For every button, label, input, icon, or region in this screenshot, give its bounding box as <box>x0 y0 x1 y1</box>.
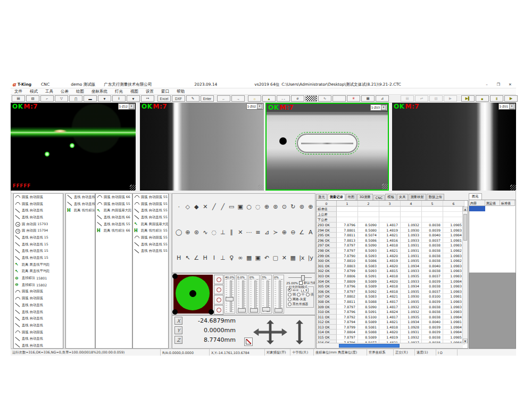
slider-thumb[interactable] <box>250 308 258 312</box>
palette-tool-icon[interactable]: I <box>211 254 218 261</box>
feature-item[interactable]: 直线自动直线 55 <box>96 221 132 228</box>
tab-primitives[interactable]: 图元 <box>469 193 482 200</box>
table-row[interactable]: 295 OK7.88118.50741.48211.09330.80401.09… <box>317 233 468 238</box>
toolbar-dxf-button[interactable]: DXF <box>172 95 185 102</box>
palette-tool-icon[interactable]: ▣ <box>255 254 262 261</box>
palette-tool-icon[interactable]: ⊥ <box>220 254 227 261</box>
toolbar-image-button[interactable]: ▲ <box>262 95 276 102</box>
resize-grip[interactable] <box>510 185 516 191</box>
menu-item-4[interactable]: 绘图 <box>72 89 88 94</box>
palette-tool-icon[interactable]: A <box>307 229 314 236</box>
feature-item[interactable]: H距离线性标注 55 <box>133 227 168 234</box>
tab-6[interactable]: 夹具 <box>397 194 408 200</box>
resize-grip[interactable] <box>130 185 136 191</box>
toolbar-stop-button[interactable]: ■ <box>476 95 489 102</box>
ring-light-button-3[interactable] <box>214 295 223 304</box>
feature-item[interactable]: 直线自动直线 <box>14 322 63 329</box>
feature-item[interactable]: 圆弧自动圆弧 <box>14 289 63 295</box>
master-light-slider[interactable] <box>287 275 313 279</box>
slider-thumb[interactable] <box>275 308 282 312</box>
light-slider-2[interactable]: 0% <box>248 275 260 314</box>
feature-item[interactable]: 直线自动直线 <box>14 207 63 214</box>
table-row[interactable]: 308 OK7.88118.50881.48171.09350.80391.09… <box>317 299 468 304</box>
palette-tool-icon[interactable]: ⊿ <box>263 229 270 236</box>
table-row[interactable]: 303 OK7.88068.50911.48181.09350.80371.09… <box>317 274 468 279</box>
ring-light-button-1[interactable] <box>214 275 223 284</box>
table-row[interactable]: 293 OK7.87968.50901.48171.09320.80381.09… <box>317 223 468 228</box>
mid-radio[interactable] <box>297 293 301 297</box>
palette-tool-icon[interactable]: |y <box>307 254 314 261</box>
camera-view-3-selected[interactable]: OKM:7 1-Z03▾ <box>265 103 389 191</box>
menu-item-2[interactable]: 工具 <box>41 89 57 94</box>
camera-view-1[interactable]: OKM:7 1-Z12▾ FFFFF <box>11 103 136 191</box>
palette-tool-icon[interactable]: ↻ <box>290 203 297 210</box>
palette-tool-icon[interactable]: ♀ <box>228 254 235 261</box>
tab-4[interactable]: CNC <box>373 195 385 200</box>
z-axis-icon[interactable]: Z <box>174 336 182 344</box>
palette-tool-icon[interactable]: ◯ <box>176 229 182 236</box>
vertical-scrollbar[interactable]: ▲ ▼ <box>462 207 468 343</box>
compensation-button[interactable] <box>244 337 253 346</box>
resize-grip[interactable] <box>382 184 388 190</box>
palette-tool-icon[interactable]: ▭ <box>228 203 235 210</box>
table-row[interactable]: 309 OK7.87978.50901.48171.09320.80381.09… <box>317 304 468 310</box>
menu-item-8[interactable]: 设置 <box>142 89 157 94</box>
palette-tool-icon[interactable]: ◇ <box>185 203 192 210</box>
toolbar-pen-button[interactable]: ✎ <box>186 95 200 102</box>
toolbar-block-down-button[interactable]: ▼ <box>127 95 140 102</box>
chevron-down-icon[interactable]: ▾ <box>381 105 386 110</box>
feature-item[interactable]: 直线自动直线 <box>14 302 63 309</box>
feature-item[interactable]: 直线自动直线 15 <box>14 234 63 241</box>
table-row[interactable]: 315 OK7.87978.50891.48191.09320.80381.09… <box>317 335 468 340</box>
ring-light-button-4[interactable] <box>214 305 223 315</box>
toolbar-laser-button[interactable]: ✳ <box>347 95 360 102</box>
palette-tool-icon[interactable]: ╱ <box>220 203 227 210</box>
palette-tool-icon[interactable]: ╱ <box>211 203 218 210</box>
palette-tool-icon[interactable]: · <box>176 203 182 210</box>
palette-tool-icon[interactable]: ≡ <box>255 229 262 236</box>
feature-item[interactable]: 直线自动直线 55 <box>133 214 168 221</box>
feature-item[interactable]: 圆弧自动圆弧 <box>14 201 63 208</box>
palette-tool-icon[interactable]: ◌ <box>211 229 218 236</box>
low-radio[interactable] <box>288 293 292 297</box>
palette-tool-icon[interactable]: ▦ <box>290 254 297 261</box>
palette-tool-icon[interactable]: ✕ <box>202 203 209 210</box>
feature-item[interactable]: 圆弧自动圆弧 55 <box>96 201 132 208</box>
tab-2[interactable]: 绘图 <box>346 194 357 200</box>
camera4-selector[interactable]: 1-Z01▾ <box>498 103 516 110</box>
camera-view-2[interactable]: OKM:7 1-Z02▾ <box>140 103 264 191</box>
feature-item[interactable]: 圆自动圆 15793 <box>14 221 63 228</box>
slider-thumb[interactable] <box>226 297 234 301</box>
toolbar-checker-button[interactable] <box>305 95 317 102</box>
palette-tool-icon[interactable]: ⊛ <box>298 203 305 210</box>
table-row[interactable]: 312 OK7.87948.50891.48211.09340.80401.09… <box>317 319 468 325</box>
feature-item[interactable]: ↖距离两圆弧最大距 <box>133 221 168 228</box>
toolbar-curve-button[interactable]: ∿ <box>318 95 331 102</box>
feature-item[interactable]: 直线自动直线 <box>14 315 63 322</box>
table-row[interactable]: 305 OK7.87968.50891.48181.09340.80381.09… <box>317 284 468 289</box>
table-row[interactable]: 311 OK7.87928.51001.48171.09350.80381.09… <box>317 315 468 320</box>
palette-tool-icon[interactable]: ↶ <box>263 254 270 261</box>
menu-item-3[interactable]: 公差 <box>57 89 72 94</box>
camera3-selector[interactable]: 1-Z03▾ <box>370 104 387 111</box>
ring-light-preview[interactable] <box>173 275 213 314</box>
toolbar-probe-button[interactable]: ▽ <box>55 95 68 102</box>
palette-tool-icon[interactable]: ∠ <box>298 229 305 236</box>
feature-item[interactable]: 圆弧自动圆弧 55 <box>133 194 168 201</box>
horizontal-scrollbar[interactable] <box>317 343 463 348</box>
palette-tool-icon[interactable]: |x <box>298 254 305 261</box>
palette-tool-icon[interactable]: ⋯ <box>246 229 253 236</box>
maximize-button[interactable]: ❒ <box>493 81 504 88</box>
feature-item[interactable]: 直线自动直线 15 <box>14 254 63 261</box>
palette-tool-icon[interactable]: ∠ <box>193 254 200 261</box>
palette-tool-icon[interactable]: ⊕ <box>281 229 288 236</box>
y-axis-icon[interactable]: Y <box>174 326 182 334</box>
default-mode-checkbox[interactable] <box>299 281 303 285</box>
tab-7[interactable]: 测量映射 <box>409 194 426 200</box>
scroll-up-icon[interactable]: ▲ <box>463 207 468 211</box>
resize-grip[interactable] <box>258 185 264 191</box>
menu-item-0[interactable]: 文件 <box>11 89 26 94</box>
feature-item[interactable]: H距离线性标注 34 <box>66 207 95 214</box>
feature-item[interactable]: 圆弧自动圆弧 <box>14 329 63 336</box>
palette-tool-icon[interactable]: ⊕ <box>307 203 314 210</box>
